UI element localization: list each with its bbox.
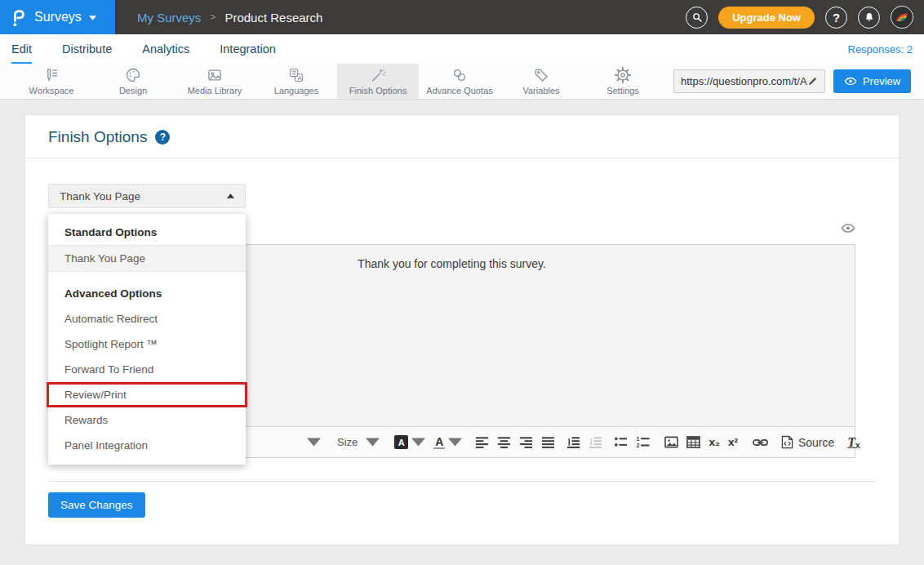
save-changes-button[interactable]: Save Changes <box>48 492 145 518</box>
dropdown-gap <box>48 272 246 280</box>
svg-text:2: 2 <box>637 443 640 449</box>
help-button[interactable]: ? <box>825 7 847 29</box>
remove-format-t: T <box>847 435 855 450</box>
tag-icon <box>533 67 549 83</box>
increase-indent-button[interactable] <box>566 435 580 449</box>
upgrade-now-button[interactable]: Upgrade Now <box>718 7 815 29</box>
ribbon-item-advance-quotas[interactable]: Advance Quotas <box>419 64 500 99</box>
source-button[interactable]: Source <box>781 435 834 449</box>
search-button[interactable] <box>686 7 708 29</box>
chevron-down-icon <box>448 435 462 449</box>
chevron-up-icon <box>227 194 234 198</box>
dropdown-group-header: Advanced Options <box>48 280 246 306</box>
dropdown-item-review-print[interactable]: Review/Print <box>47 382 247 407</box>
align-left-button[interactable] <box>475 435 489 449</box>
tab-integration[interactable]: Integration <box>220 34 276 64</box>
top-bar: Surveys My Surveys > Product Research Up… <box>0 0 924 34</box>
select-value: Thank You Page <box>60 190 140 202</box>
preview-eye-icon[interactable] <box>841 223 855 234</box>
outdent-icon <box>589 435 602 449</box>
dropdown-item-rewards[interactable]: Rewards <box>48 407 246 433</box>
ribbon-label: Variables <box>522 86 559 96</box>
align-justify-icon <box>541 435 555 449</box>
questionpro-logo-icon <box>11 7 27 28</box>
source-label: Source <box>798 436 834 449</box>
design-palette-icon <box>125 67 141 83</box>
survey-url-group: https://questionpro.com/t/A Preview <box>673 64 911 99</box>
ribbon-item-media-library[interactable]: Media Library <box>174 64 255 99</box>
finish-options-card: Finish Options ? Thank You Page Thank yo… <box>24 114 900 545</box>
ribbon-item-languages[interactable]: Languages <box>255 64 337 99</box>
chevron-down-icon <box>89 16 96 20</box>
finish-option-dropdown-panel: Standard Options Thank You Page Advanced… <box>48 214 246 465</box>
ribbon-item-design[interactable]: Design <box>92 64 174 99</box>
top-actions: Upgrade Now ? <box>686 6 924 29</box>
survey-url-value: https://questionpro.com/t/A <box>681 75 807 87</box>
dropdown-item-thank-you-page[interactable]: Thank You Page <box>48 245 246 272</box>
tab-analytics[interactable]: Analytics <box>142 34 189 64</box>
insert-link-button[interactable] <box>753 438 768 447</box>
media-library-icon <box>207 67 223 83</box>
quotas-rings-icon <box>451 67 468 83</box>
align-left-icon <box>475 435 489 449</box>
table-icon <box>686 435 700 449</box>
link-icon <box>753 438 768 447</box>
font-dropdown-caret[interactable] <box>307 435 321 449</box>
numbered-list-button[interactable]: 12 <box>636 435 650 449</box>
responses-count[interactable]: Responses: 2 <box>848 43 913 56</box>
card-header: Finish Options ? <box>25 115 899 158</box>
breadcrumb-my-surveys[interactable]: My Surveys <box>137 11 201 24</box>
bell-icon <box>864 11 875 23</box>
align-center-button[interactable] <box>497 435 511 449</box>
size-dropdown[interactable]: Size <box>337 435 380 449</box>
brand-surveys-menu[interactable]: Surveys <box>0 0 115 34</box>
dropdown-item-forward-to-friend[interactable]: Forward To Friend <box>48 357 246 382</box>
survey-tab-bar: Edit Distribute Analytics Integration Re… <box>0 34 924 64</box>
decrease-indent-button[interactable] <box>589 435 602 449</box>
eye-icon <box>844 77 857 86</box>
insert-image-button[interactable] <box>664 435 678 449</box>
ribbon-item-workspace[interactable]: Workspace <box>11 64 92 99</box>
subscript-button[interactable]: x₂ <box>709 436 720 448</box>
gear-icon <box>615 67 631 83</box>
remove-format-button[interactable]: T x <box>847 435 860 450</box>
breadcrumb-separator: > <box>210 11 215 23</box>
dropdown-item-spotlight-report[interactable]: Spotlight Report ™ <box>48 331 246 357</box>
dropdown-item-panel-integration[interactable]: Panel Integration <box>48 433 246 458</box>
finish-option-select[interactable]: Thank You Page <box>48 184 246 208</box>
ribbon-label: Design <box>119 86 147 96</box>
chevron-down-icon <box>411 435 425 449</box>
background-color-button[interactable]: A <box>394 435 425 449</box>
preview-label: Preview <box>863 75 900 87</box>
svg-text:1: 1 <box>637 436 640 443</box>
ribbon-label: Workspace <box>29 86 74 96</box>
workspace-icon <box>43 67 60 83</box>
align-right-button[interactable] <box>519 435 533 449</box>
ribbon-item-settings[interactable]: Settings <box>582 64 664 99</box>
size-label: Size <box>337 436 358 448</box>
numbered-list-icon: 12 <box>636 435 650 449</box>
ribbon-label: Languages <box>274 86 318 96</box>
survey-url-field[interactable]: https://questionpro.com/t/A <box>673 69 825 93</box>
preview-button[interactable]: Preview <box>833 69 911 93</box>
text-color-button[interactable]: A <box>433 435 462 449</box>
ribbon-item-variables[interactable]: Variables <box>500 64 582 99</box>
indent-icon <box>566 435 580 449</box>
magic-wand-icon <box>370 67 386 83</box>
avatar[interactable] <box>891 6 913 29</box>
notifications-button[interactable] <box>858 7 880 29</box>
bullet-list-button[interactable] <box>614 435 628 449</box>
edit-ribbon: Workspace Design Media Library Languages… <box>0 64 924 100</box>
image-icon <box>664 435 678 449</box>
dropdown-item-automatic-redirect[interactable]: Automatic Redirect <box>48 306 246 331</box>
pencil-icon[interactable] <box>807 76 818 87</box>
insert-table-button[interactable] <box>686 435 700 449</box>
ribbon-item-finish-options[interactable]: Finish Options <box>337 64 419 99</box>
align-justify-button[interactable] <box>541 435 555 449</box>
help-badge[interactable]: ? <box>155 130 170 145</box>
avatar-logo-icon <box>891 7 913 28</box>
tab-edit[interactable]: Edit <box>11 34 32 64</box>
superscript-button[interactable]: x² <box>728 436 738 448</box>
bullet-list-icon <box>614 435 628 449</box>
tab-distribute[interactable]: Distribute <box>62 34 112 64</box>
